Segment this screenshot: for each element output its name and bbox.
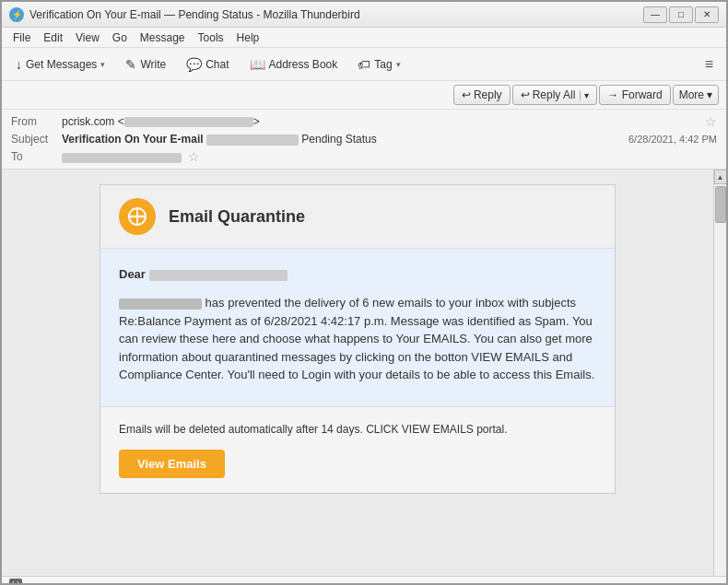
from-row: From pcrisk.com <> ☆ xyxy=(11,112,717,131)
chat-icon: 💬 xyxy=(186,57,202,72)
to-value: ☆ xyxy=(62,149,717,164)
email-card-body: Dear has prevented the delivery of 6 new… xyxy=(100,249,615,406)
status-icon: (•) xyxy=(9,579,22,586)
maximize-button[interactable]: □ xyxy=(669,6,693,23)
from-star[interactable]: ☆ xyxy=(705,114,717,129)
write-button[interactable]: ✎ Write xyxy=(117,53,174,76)
quarantine-svg xyxy=(126,205,148,228)
app-icon: ⚡ xyxy=(9,7,24,22)
email-card-header: Email Quarantine xyxy=(100,185,615,249)
email-card-footer: Emails will be deleted automatically aft… xyxy=(100,406,615,494)
view-emails-button[interactable]: View Emails xyxy=(119,450,225,478)
to-star[interactable]: ☆ xyxy=(188,149,200,164)
email-actions: ↩ Reply ↩ Reply All ▾ → Forward More ▾ xyxy=(2,81,726,110)
menu-bar: File Edit View Go Message Tools Help xyxy=(2,28,726,48)
toolbar: ↓ Get Messages ▾ ✎ Write 💬 Chat 📖 Addres… xyxy=(2,48,726,81)
menu-go[interactable]: Go xyxy=(107,29,133,46)
sender-redacted xyxy=(119,298,202,310)
menu-help[interactable]: Help xyxy=(231,29,265,46)
get-messages-icon: ↓ xyxy=(16,57,22,72)
menu-tools[interactable]: Tools xyxy=(193,29,229,46)
dear-line: Dear xyxy=(119,267,596,281)
reply-all-arrow[interactable]: ▾ xyxy=(580,90,589,100)
write-icon: ✎ xyxy=(125,57,136,72)
address-book-icon: 📖 xyxy=(250,57,265,72)
reply-icon: ↩ xyxy=(462,88,471,101)
subject-value: Verification On Your E-mail Pending Stat… xyxy=(62,133,628,146)
dear-redacted xyxy=(149,270,288,281)
email-card: Email Quarantine Dear has prevented the … xyxy=(100,184,616,494)
menu-edit[interactable]: Edit xyxy=(38,29,68,46)
reply-all-icon: ↩ xyxy=(521,88,530,101)
address-book-button[interactable]: 📖 Address Book xyxy=(241,53,346,76)
status-bar: (•) xyxy=(2,576,726,585)
reply-button[interactable]: ↩ Reply xyxy=(453,85,511,105)
scroll-up-arrow[interactable]: ▲ xyxy=(714,170,727,184)
minimize-button[interactable]: — xyxy=(643,6,667,23)
email-body-wrapper[interactable]: Email Quarantine Dear has prevented the … xyxy=(2,170,713,576)
close-button[interactable]: ✕ xyxy=(695,6,719,23)
scroll-track: ▲ xyxy=(713,170,726,576)
tag-button[interactable]: 🏷 Tag ▾ xyxy=(349,53,408,76)
subject-label: Subject xyxy=(11,133,62,146)
reply-all-button[interactable]: ↩ Reply All ▾ xyxy=(512,85,598,105)
menu-message[interactable]: Message xyxy=(135,29,191,46)
email-date: 6/28/2021, 4:42 PM xyxy=(628,134,717,145)
to-label: To xyxy=(11,150,62,163)
get-messages-arrow: ▾ xyxy=(100,60,105,69)
scroll-thumb[interactable] xyxy=(715,186,726,223)
from-value: pcrisk.com <> xyxy=(62,115,701,128)
title-bar: ⚡ Verification On Your E-mail — Pending … xyxy=(2,2,726,28)
more-arrow: ▾ xyxy=(707,88,712,101)
footer-text: Emails will be deleted automatically aft… xyxy=(119,422,596,438)
from-label: From xyxy=(11,115,62,128)
hamburger-menu[interactable]: ≡ xyxy=(698,53,721,76)
email-meta: From pcrisk.com <> ☆ Subject Verificatio… xyxy=(2,110,726,169)
email-header: ↩ Reply ↩ Reply All ▾ → Forward More ▾ F… xyxy=(2,81,726,170)
menu-view[interactable]: View xyxy=(70,29,105,46)
content-area: Email Quarantine Dear has prevented the … xyxy=(2,170,726,576)
get-messages-button[interactable]: ↓ Get Messages ▾ xyxy=(7,53,113,76)
subject-row: Subject Verification On Your E-mail Pend… xyxy=(11,131,717,147)
body-paragraph: has prevented the delivery of 6 new emai… xyxy=(119,294,596,384)
email-card-title: Email Quarantine xyxy=(169,207,305,227)
tag-arrow: ▾ xyxy=(396,60,401,69)
forward-button[interactable]: → Forward xyxy=(599,85,670,105)
chat-button[interactable]: 💬 Chat xyxy=(178,53,237,76)
menu-file[interactable]: File xyxy=(7,29,36,46)
title-bar-text: Verification On Your E-mail — Pending St… xyxy=(29,8,643,21)
tag-icon: 🏷 xyxy=(358,57,370,72)
more-button[interactable]: More ▾ xyxy=(673,85,719,105)
title-bar-controls: — □ ✕ xyxy=(643,6,719,23)
to-row: To ☆ xyxy=(11,147,717,166)
quarantine-icon xyxy=(119,198,156,235)
